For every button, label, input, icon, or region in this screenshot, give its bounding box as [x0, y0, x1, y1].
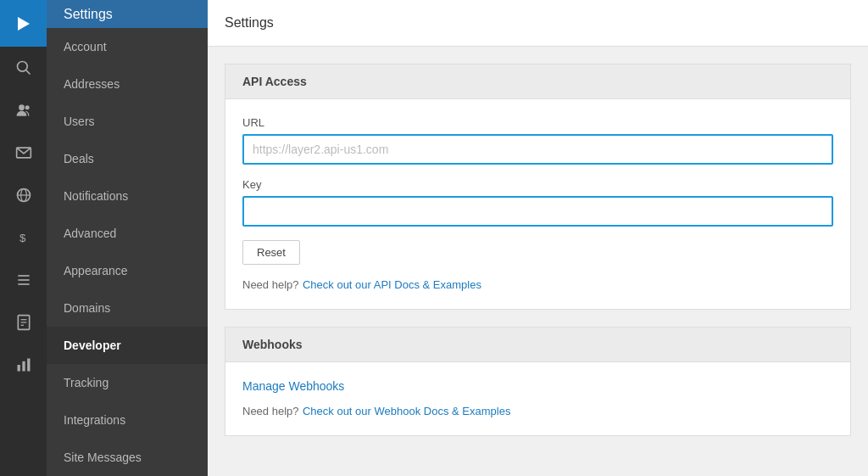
webhook-docs-link[interactable]: Check out our Webhook Docs & Examples	[303, 405, 510, 417]
reset-button[interactable]: Reset	[242, 240, 300, 265]
webhooks-card-header: Webhooks	[225, 328, 850, 362]
sidebar-item-integrations[interactable]: Integrations	[47, 401, 208, 439]
api-access-card-header: API Access	[225, 64, 850, 99]
icon-sidebar: $	[0, 0, 47, 476]
sidebar-item-site-messages[interactable]: Site Messages	[47, 439, 208, 476]
sidebar-item-users[interactable]: Users	[47, 103, 208, 140]
search-icon[interactable]	[0, 47, 47, 89]
webhooks-card-body: Manage Webhooks Need help? Check out our…	[225, 362, 850, 435]
sidebar-item-notifications[interactable]: Notifications	[47, 177, 208, 215]
svg-point-3	[19, 104, 25, 110]
app-logo-button[interactable]	[0, 0, 47, 47]
url-label: URL	[242, 116, 833, 129]
mail-icon[interactable]	[0, 132, 47, 174]
users-icon[interactable]	[0, 89, 47, 132]
key-form-group: Key	[242, 178, 833, 227]
sidebar-item-account[interactable]: Account	[47, 28, 208, 65]
svg-line-2	[25, 70, 30, 75]
nav-sidebar-header: Settings	[47, 0, 208, 28]
url-form-group: URL	[242, 116, 833, 165]
svg-text:$: $	[19, 232, 26, 244]
sidebar-item-addresses[interactable]: Addresses	[47, 65, 208, 103]
nav-sidebar: Settings Account Addresses Users Deals N…	[47, 0, 208, 476]
globe-icon[interactable]	[0, 174, 47, 216]
sidebar-item-domains[interactable]: Domains	[47, 289, 208, 327]
api-access-card-body: URL Key Reset Need help? Check out our A…	[225, 99, 850, 309]
api-access-card: API Access URL Key Reset Need help? Chec…	[225, 64, 851, 310]
svg-marker-0	[18, 17, 30, 31]
main-header: Settings	[208, 0, 868, 47]
page-title: Settings	[225, 15, 274, 31]
api-help-text: Need help? Check out our API Docs & Exam…	[242, 277, 833, 292]
svg-rect-18	[22, 361, 25, 372]
svg-point-4	[25, 105, 29, 109]
key-input[interactable]	[242, 196, 833, 227]
url-input[interactable]	[242, 134, 833, 165]
sidebar-item-advanced[interactable]: Advanced	[47, 215, 208, 252]
webhook-help-text: Need help? Check out our Webhook Docs & …	[242, 403, 833, 418]
main-body: API Access URL Key Reset Need help? Chec…	[208, 47, 868, 470]
key-label: Key	[242, 178, 833, 191]
dollar-icon[interactable]: $	[0, 216, 47, 259]
webhooks-card: Webhooks Manage Webhooks Need help? Chec…	[225, 327, 851, 436]
manage-webhooks-link[interactable]: Manage Webhooks	[242, 379, 833, 393]
sidebar-item-deals[interactable]: Deals	[47, 140, 208, 177]
svg-point-1	[17, 62, 27, 72]
main-content: Settings API Access URL Key Reset Need h…	[208, 0, 868, 476]
sidebar-item-appearance[interactable]: Appearance	[47, 252, 208, 289]
api-docs-link[interactable]: Check out our API Docs & Examples	[303, 278, 481, 291]
sidebar-item-developer[interactable]: Developer	[47, 327, 208, 364]
svg-rect-17	[17, 365, 19, 372]
list-icon[interactable]	[0, 259, 47, 301]
chart-icon[interactable]	[0, 344, 47, 386]
svg-rect-19	[27, 359, 30, 372]
sidebar-item-tracking[interactable]: Tracking	[47, 364, 208, 401]
document-icon[interactable]	[0, 301, 47, 344]
